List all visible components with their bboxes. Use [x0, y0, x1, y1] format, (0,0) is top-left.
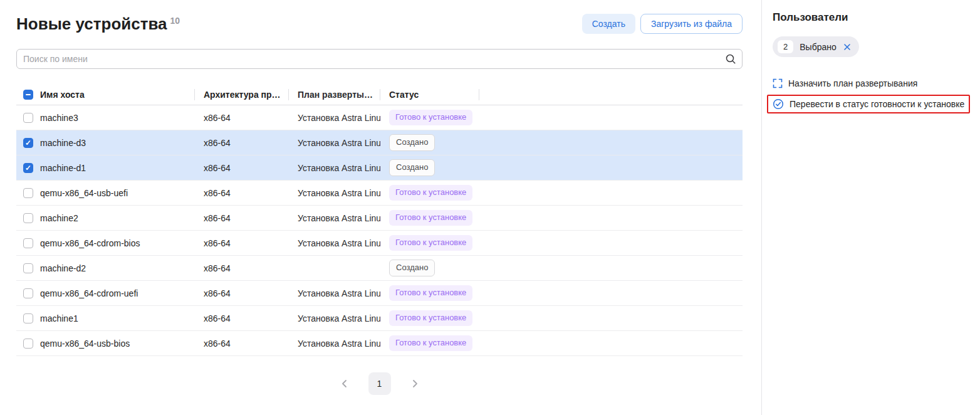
hostname-cell: qemu-x86_64-cdrom-bios	[40, 238, 195, 248]
status-badge: Готово к установке	[389, 185, 472, 200]
search-icon[interactable]	[725, 53, 736, 67]
row-checkbox[interactable]	[23, 238, 33, 248]
prev-page-button[interactable]	[337, 376, 352, 391]
arch-cell: x86-64	[195, 313, 289, 323]
column-header-spacer	[479, 84, 743, 105]
hostname-cell: machine3	[40, 113, 195, 123]
row-checkbox[interactable]	[23, 263, 33, 273]
pagination: 1	[16, 372, 743, 395]
plan-cell: Установка Astra Linux	[289, 113, 380, 123]
status-cell: Готово к установке	[380, 335, 479, 350]
table-row[interactable]: qemu-x86_64-usb-uefi x86-64 Установка As…	[16, 181, 743, 206]
table-row[interactable]: qemu-x86_64-usb-bios x86-64 Установка As…	[16, 331, 743, 356]
table-row[interactable]: machine1 x86-64 Установка Astra Linux Го…	[16, 306, 743, 331]
row-checkbox-cell	[16, 339, 40, 349]
hostname-cell: machine-d2	[40, 263, 195, 273]
hostname-cell: machine-d1	[40, 163, 195, 173]
status-cell: Готово к установке	[380, 310, 479, 325]
status-badge: Готово к установке	[389, 310, 472, 325]
status-cell: Готово к установке	[380, 110, 479, 125]
status-badge: Готово к установке	[389, 335, 472, 350]
status-cell: Готово к установке	[380, 235, 479, 250]
row-checkbox[interactable]	[23, 113, 33, 123]
status-badge: Готово к установке	[389, 285, 472, 300]
plan-cell: Установка Astra Linux	[289, 213, 380, 223]
table-row[interactable]: qemu-x86_64-cdrom-uefi x86-64 Установка …	[16, 281, 743, 306]
page-number-button[interactable]: 1	[368, 372, 391, 395]
row-checkbox-cell	[16, 163, 40, 173]
create-button[interactable]: Создать	[582, 14, 635, 34]
status-badge: Готово к установке	[389, 110, 472, 125]
hostname-cell: machine-d3	[40, 138, 195, 148]
sidebar-title: Пользователи	[773, 11, 972, 24]
device-table-body: machine3 x86-64 Установка Astra Linux Го…	[16, 105, 743, 356]
next-page-button[interactable]	[407, 376, 422, 391]
arch-cell: x86-64	[195, 163, 289, 173]
devices-count: 10	[170, 16, 180, 26]
column-header-architecture: Архитектура пр…	[195, 84, 289, 105]
arch-cell: x86-64	[195, 138, 289, 148]
sidebar-action-assign-plan[interactable]: Назначить план развертывания	[773, 76, 917, 91]
page-title: Новые устройства10	[16, 15, 180, 33]
row-checkbox[interactable]	[23, 313, 33, 323]
selection-label: Выбрано	[800, 42, 837, 52]
check-circle-icon	[773, 98, 784, 110]
table-row[interactable]: machine3 x86-64 Установка Astra Linux Го…	[16, 105, 743, 130]
row-checkbox-cell	[16, 288, 40, 298]
row-checkbox[interactable]	[23, 138, 33, 148]
plan-cell: Установка Astra Linux	[289, 313, 380, 323]
row-checkbox-cell	[16, 313, 40, 323]
status-cell: Готово к установке	[380, 285, 479, 300]
sidebar-action-set-ready-status[interactable]: Перевести в статус готовности к установк…	[767, 95, 970, 113]
row-checkbox[interactable]	[23, 339, 33, 349]
status-cell: Создано	[380, 159, 479, 176]
row-checkbox-cell	[16, 263, 40, 273]
table-row[interactable]: machine-d3 x86-64 Установка Astra Linux …	[16, 130, 743, 155]
hostname-cell: machine1	[40, 313, 195, 323]
row-checkbox[interactable]	[23, 163, 33, 173]
select-all-checkbox[interactable]	[23, 90, 33, 100]
upload-from-file-button[interactable]: Загрузить из файла	[640, 14, 743, 34]
clear-selection-icon[interactable]	[843, 43, 852, 51]
column-header-plan: План разверты…	[289, 84, 380, 105]
table-row[interactable]: machine2 x86-64 Установка Astra Linux Го…	[16, 206, 743, 231]
plan-cell: Установка Astra Linux	[289, 339, 380, 349]
column-header-hostname: Имя хоста	[40, 84, 195, 105]
table-row[interactable]: machine-d1 x86-64 Установка Astra Linux …	[16, 155, 743, 181]
arch-cell: x86-64	[195, 113, 289, 123]
row-checkbox[interactable]	[23, 288, 33, 298]
arch-cell: x86-64	[195, 339, 289, 349]
status-badge: Создано	[389, 134, 435, 150]
sidebar-action-label: Перевести в статус готовности к установк…	[790, 98, 964, 110]
assign-plan-icon	[773, 78, 783, 88]
row-checkbox-cell	[16, 188, 40, 198]
table-header: Имя хоста Архитектура пр… План разверты……	[16, 84, 743, 105]
sidebar-actions: Назначить план развертывания Перевести в…	[773, 76, 972, 113]
header-buttons: Создать Загрузить из файла	[582, 14, 743, 34]
status-cell: Создано	[380, 134, 479, 150]
header-checkbox-cell	[16, 84, 40, 105]
plan-cell: Установка Astra Linux	[289, 288, 380, 298]
row-checkbox-cell	[16, 138, 40, 148]
row-checkbox[interactable]	[23, 188, 33, 198]
arch-cell: x86-64	[195, 188, 289, 198]
plan-cell: Установка Astra Linux	[289, 188, 380, 198]
row-checkbox[interactable]	[23, 213, 33, 223]
arch-cell: x86-64	[195, 238, 289, 248]
hostname-cell: machine2	[40, 213, 195, 223]
arch-cell: x86-64	[195, 288, 289, 298]
users-sidebar: Пользователи 2 Выбрано Назначит	[762, 0, 980, 415]
table-row[interactable]: qemu-x86_64-cdrom-bios x86-64 Установка …	[16, 231, 743, 256]
hostname-cell: qemu-x86_64-usb-bios	[40, 339, 195, 349]
search-input[interactable]	[16, 49, 743, 69]
page-header: Новые устройства10 Создать Загрузить из …	[16, 14, 743, 34]
table-row[interactable]: machine-d2 x86-64 Создано	[16, 256, 743, 281]
arch-cell: x86-64	[195, 213, 289, 223]
hostname-cell: qemu-x86_64-usb-uefi	[40, 188, 195, 198]
plan-cell: Установка Astra Linux	[289, 163, 380, 173]
status-cell: Готово к установке	[380, 185, 479, 200]
selection-count-badge: 2	[778, 40, 793, 53]
devices-panel: Новые устройства10 Создать Загрузить из …	[0, 0, 762, 415]
search-bar	[16, 49, 743, 69]
status-badge: Создано	[389, 159, 435, 176]
